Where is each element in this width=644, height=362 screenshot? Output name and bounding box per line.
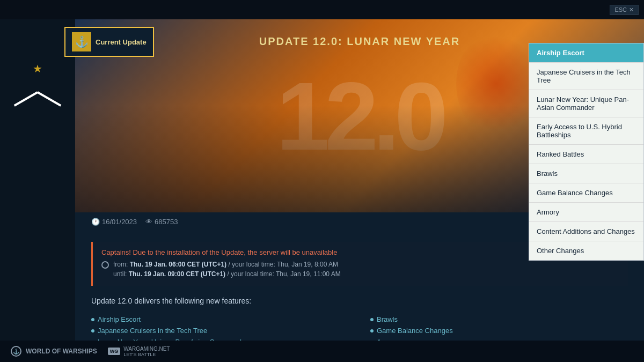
warning-until-row: until: Thu. 19 Jan. 09:00 CET (UTC+1) / … — [101, 270, 619, 278]
bullet-icon — [370, 318, 374, 321]
panel-item-airship-escort[interactable]: Airship Escort — [529, 43, 643, 63]
date-info: 🕐 16/01/2023 — [91, 218, 137, 226]
bullet-icon — [91, 318, 94, 321]
features-grid: Airship Escort Japanese Cruisers in the … — [91, 314, 628, 341]
features-left-column: Airship Escort Japanese Cruisers in the … — [91, 314, 349, 341]
date-text: 16/01/2023 — [102, 218, 137, 226]
bullet-icon — [91, 329, 94, 333]
feature-item-airship-escort[interactable]: Airship Escort — [91, 314, 349, 325]
from-text: from: Thu. 19 Jan. 06:00 CET (UTC+1) / y… — [113, 261, 338, 268]
panel-item-content[interactable]: Content Additions and Changes — [529, 222, 643, 241]
current-update-badge[interactable]: ⚓ Current Update — [64, 27, 154, 57]
features-intro: Update 12.0 delivers the following new f… — [91, 297, 628, 305]
wg-logo: WG WARGAMING.NET LET'S BATTLE — [108, 346, 170, 357]
feature-item-balance[interactable]: Game Balance Changes — [370, 325, 628, 336]
until-text: until: Thu. 19 Jan. 09:00 CET (UTC+1) / … — [113, 270, 341, 278]
anchor-small-icon: ⚓ — [11, 346, 21, 357]
from-local: / your local time: Thu, Jan 19, 8:00 AM — [228, 261, 338, 268]
top-bar: ESC ✕ — [0, 0, 644, 19]
calendar-icon: 🕐 — [91, 218, 100, 226]
panel-item-ranked[interactable]: Ranked Battles — [529, 145, 643, 164]
clock-icon — [101, 261, 109, 269]
bottom-bar: ⚓ WORLD OF WARSHIPS WG WARGAMING.NET LET… — [0, 341, 644, 362]
views-info: 👁 685753 — [145, 218, 178, 226]
feature-item-armory[interactable]: Armory — [370, 336, 628, 341]
panel-item-us-hybrid[interactable]: Early Access to U.S. Hybrid Battleships — [529, 117, 643, 145]
feature-item-brawls[interactable]: Brawls — [370, 314, 628, 325]
wg-badge: WG — [108, 348, 121, 355]
until-time: Thu. 19 Jan. 09:00 CET (UTC+1) — [129, 270, 225, 278]
until-local: / your local time: Thu, Jan 19, 11:00 AM — [227, 270, 340, 278]
right-panel-menu: Airship Escort Japanese Cruisers in the … — [529, 43, 644, 261]
features-right-column: Brawls Game Balance Changes Armory Conte… — [370, 314, 628, 341]
views-text: 685753 — [155, 218, 178, 226]
panel-item-armory[interactable]: Armory — [529, 203, 643, 222]
star-icon: ★ — [33, 62, 42, 75]
wows-logo: ⚓ WORLD OF WARSHIPS — [11, 346, 97, 357]
left-sidebar: ★ — [0, 19, 75, 341]
eye-icon: 👁 — [145, 218, 152, 226]
current-update-label: Current Update — [96, 38, 147, 46]
panel-item-brawls[interactable]: Brawls — [529, 164, 643, 183]
anchor-icon: ⚓ — [72, 32, 91, 51]
wg-sub: LET'S BATTLE — [123, 352, 170, 357]
wows-label: WORLD OF WARSHIPS — [26, 348, 97, 355]
panel-item-lunar-commander[interactable]: Lunar New Year: Unique Pan-Asian Command… — [529, 90, 643, 117]
panel-item-balance[interactable]: Game Balance Changes — [529, 183, 643, 203]
panel-item-japanese-cruisers[interactable]: Japanese Cruisers in the Tech Tree — [529, 63, 643, 90]
panel-item-other[interactable]: Other Changes — [529, 241, 643, 260]
feature-item-japanese-cruisers[interactable]: Japanese Cruisers in the Tech Tree — [91, 325, 349, 336]
chevron-up-icon — [11, 80, 64, 105]
until-label: until: — [113, 270, 127, 278]
warning-from-row: from: Thu. 19 Jan. 06:00 CET (UTC+1) / y… — [101, 261, 619, 269]
wg-label: WARGAMING.NET — [123, 346, 170, 352]
bullet-icon — [370, 329, 374, 333]
from-label: from: — [113, 261, 128, 268]
close-icon: ✕ — [629, 6, 634, 13]
hero-title: UPDATE 12.0: LUNAR NEW YEAR — [259, 35, 460, 48]
esc-button[interactable]: ESC ✕ — [610, 5, 639, 15]
feature-item-pan-asian[interactable]: Lunar New Year: Unique Pan-Asian Command… — [91, 336, 349, 341]
wg-text: WARGAMING.NET LET'S BATTLE — [123, 346, 170, 357]
esc-label: ESC — [614, 6, 627, 13]
from-time: Thu. 19 Jan. 06:00 CET (UTC+1) — [130, 261, 226, 268]
